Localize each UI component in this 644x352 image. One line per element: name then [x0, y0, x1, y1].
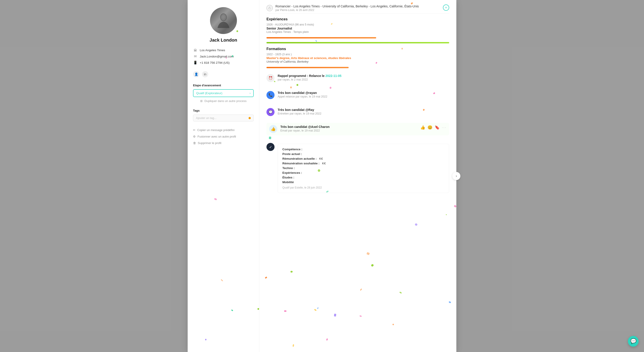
email-content: Très bon candidat @Axel Charon Email par…: [280, 125, 330, 132]
copy-message-label: Copier un message prédéfini: [197, 128, 234, 132]
thumbs-up-button[interactable]: 👍: [420, 125, 425, 130]
qual-mobilite-label: Mobilité: [282, 180, 294, 184]
interview-icon: 💬: [266, 108, 274, 116]
social-links: 👤 in: [193, 71, 208, 77]
pencil-icon: ✏: [193, 128, 196, 132]
event-reminder: ⏰ Rappel programmé : Relance le 2022-11-…: [266, 72, 449, 84]
chat-button[interactable]: 💬: [628, 336, 639, 347]
qual-poste-label: Poste actuel :: [282, 152, 302, 156]
experience-item: 1926 - AUJOURD'HUI (96 ans 5 mois) Senio…: [266, 23, 449, 33]
qual-competence: Compétence :: [282, 148, 444, 151]
call-icon: 📞: [266, 91, 274, 99]
stage-value: Qualif (Explorateur): [196, 91, 222, 95]
email-meta: Email par rayan, le 19 mai 2022: [280, 129, 330, 132]
event-email: 👍 Très bon candidat @Axel Charon Email p…: [266, 123, 449, 135]
experience-company: Los Angeles Times · Temps plein: [266, 30, 449, 33]
trash-icon: 🗑: [193, 141, 196, 145]
linkedin-icon[interactable]: in: [202, 71, 208, 77]
chat-icon: 💬: [630, 338, 636, 344]
profile-circle-icon: [266, 5, 273, 11]
interview-title: Très bon candidat @Ray: [278, 108, 321, 112]
formation-degree: Master's degree, Arts libéraux et scienc…: [266, 56, 449, 60]
experiences-section-title: Expériences: [266, 17, 449, 21]
experience-progress-bar-green: [266, 42, 449, 43]
next-profile-button[interactable]: ›: [452, 172, 460, 180]
formation-progress-bar: [266, 67, 349, 68]
duplicate-row[interactable]: ⊞ Dupliquer dans un autre process: [200, 99, 246, 103]
reminder-content: Rappel programmé : Relance le 2022-11-05…: [278, 74, 342, 81]
experience-progress-bar: [266, 37, 376, 38]
qual-poste: Poste actuel :: [282, 152, 444, 156]
qualification-row: ✓ Compétence : Poste actuel : Rémunérati…: [266, 140, 449, 195]
merge-icon: ⚙: [193, 135, 196, 138]
qual-techno-label: Techno :: [282, 166, 295, 170]
formations-label: Formations: [266, 47, 286, 51]
plus-icon: +: [445, 5, 447, 10]
headline-text: Romancier - Los Angeles Times - Universi…: [276, 4, 419, 12]
profile-headline-row: Romancier - Los Angeles Times - Universi…: [266, 0, 449, 14]
merge-label: Fusionner avec un autre profil: [198, 135, 236, 138]
formation-dates: 1922 - 1925 (3 ans ): [266, 53, 449, 56]
experience-dates: 1926 - AUJOURD'HUI (96 ans 5 mois): [266, 23, 449, 26]
call-title: Très bon candidat @rayan: [278, 91, 327, 95]
delete-action[interactable]: 🗑 Supprimer le profil: [193, 140, 254, 146]
interview-meta: Entretien par rayan, le 19 mai 2022: [278, 112, 321, 115]
event-call: 📞 Très bon candidat @rayan Appel relance…: [266, 89, 449, 101]
reminder-date: 2022-11-05: [325, 74, 342, 78]
qual-etudes-label: Études :: [282, 176, 294, 179]
tags-label: Tags: [193, 109, 254, 112]
contact-list: 🏛 Los Angeles Times ✉ Jack.London@gmail.…: [193, 47, 254, 66]
interview-content: Très bon candidat @Ray Entretien par ray…: [278, 108, 321, 115]
tag-dot: [248, 117, 251, 119]
qual-remuneration-actuelle-label: Rémunération actuelle :: [282, 157, 317, 160]
email-contact: ✉ Jack.London@gmail.com: [193, 53, 254, 59]
email-event-actions: 👍 😊 🔖 ···: [420, 125, 446, 130]
event-interview: 💬 Très bon candidat @Ray Entretien par r…: [266, 106, 449, 118]
bookmark-button[interactable]: 🔖: [435, 125, 440, 130]
qual-remuneration-actuelle-value: K€: [318, 157, 323, 160]
qualification-icon: ✓: [266, 143, 274, 151]
email-event-icon: 👍: [269, 125, 277, 133]
candidate-sidebar: Jack London 🏛 Los Angeles Times ✉ Jack.L…: [188, 0, 259, 352]
qual-remuneration-souhaitee-value: K€: [320, 162, 326, 165]
qual-remuneration-actuelle: Rémunération actuelle : K€: [282, 157, 444, 160]
headline-title: Romancier - Los Angeles Times - Universi…: [276, 4, 419, 8]
qual-mobilite: Mobilité: [282, 180, 444, 184]
profile-actions: ✏ Copier un message prédéfini ⚙ Fusionne…: [193, 127, 254, 146]
qual-remuneration-souhaitee-label: Rémunération souhaitée :: [282, 162, 320, 165]
delete-label: Supprimer le profil: [198, 141, 222, 145]
email-value: Jack.London@gmail.com: [200, 55, 234, 58]
email-icon: ✉: [193, 54, 198, 58]
add-experience-button[interactable]: +: [443, 4, 449, 11]
candidate-content: Romancier - Los Angeles Times - Universi…: [259, 0, 456, 352]
more-actions-button[interactable]: ···: [442, 125, 446, 130]
call-meta: Appel relance par rayan, le 19 mai 2022: [278, 95, 327, 98]
copy-message-action[interactable]: ✏ Copier un message prédéfini: [193, 127, 254, 133]
tags-input[interactable]: Ajouter un tag...: [193, 115, 254, 121]
formations-section-title: Formations: [266, 47, 449, 51]
headline-meta: par Pierre-Louis, le 26 avril 2022: [276, 8, 419, 12]
call-content: Très bon candidat @rayan Appel relance p…: [278, 91, 327, 98]
building-icon: 🏛: [193, 48, 198, 52]
phone-icon: 📱: [193, 61, 198, 65]
avatar: [210, 7, 237, 34]
email-title: Très bon candidat @Axel Charon: [280, 125, 330, 129]
linkedin-label: in: [204, 72, 206, 76]
experience-role: Senior Journalist: [266, 27, 449, 30]
modal-overlay: Jack London 🏛 Los Angeles Times ✉ Jack.L…: [0, 0, 644, 352]
emoji-reaction-button[interactable]: 😊: [428, 125, 432, 130]
candidate-modal: Jack London 🏛 Los Angeles Times ✉ Jack.L…: [188, 0, 456, 352]
qual-etudes: Études :: [282, 176, 444, 179]
stage-selector[interactable]: Qualif (Explorateur) ›: [193, 89, 254, 97]
person-profile-icon[interactable]: 👤: [193, 71, 199, 77]
reminder-icon: ⏰: [266, 74, 274, 82]
svg-point-2: [222, 15, 225, 19]
profile-name: Jack London: [210, 37, 237, 43]
formation-school: University of California, Berkeley: [266, 60, 449, 63]
merge-action[interactable]: ⚙ Fusionner avec un autre profil: [193, 133, 254, 140]
phone-contact: 📱 +1 818 756 2794 (US): [193, 59, 254, 66]
qualification-block: Compétence : Poste actuel : Rémunération…: [278, 144, 449, 193]
reminder-meta: par rayan, le 2 mai 2022: [278, 78, 342, 81]
duplicate-icon: ⊞: [200, 99, 203, 103]
company-contact: 🏛 Los Angeles Times: [193, 47, 254, 53]
